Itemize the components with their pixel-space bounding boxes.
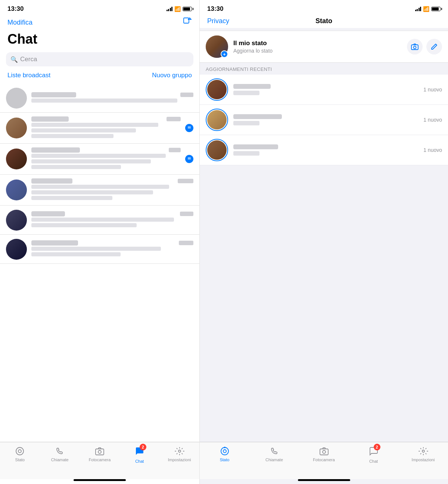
right-wifi-icon: 📶 <box>423 6 429 12</box>
svg-point-17 <box>221 447 228 455</box>
chat-content-2 <box>31 116 181 140</box>
tab-impostazioni-left[interactable]: Impostazioni <box>159 446 199 462</box>
chat-badge-3 <box>185 155 193 163</box>
chat-badge-2 <box>185 124 193 132</box>
left-time: 13:30 <box>7 5 24 13</box>
avatar-1 <box>6 88 27 109</box>
tab-chiamate-right-label: Chiamate <box>265 458 283 462</box>
left-status-icons: 📶 <box>167 6 192 12</box>
right-panel: 13:30 📶 Privacy Stato + Il mio stato <box>200 0 448 484</box>
right-signal-bars-icon <box>415 7 421 11</box>
recent-updates-label: AGGIORNAMENTI RECENTI <box>206 66 272 72</box>
tab-stato-right[interactable]: Stato <box>200 446 249 462</box>
my-status-row[interactable]: + Il mio stato Aggiorna lo stato <box>200 31 448 62</box>
camera-status-button[interactable] <box>407 39 423 54</box>
home-indicator-right <box>200 479 448 484</box>
tab-impostazioni-right-label: Impostazioni <box>412 458 435 462</box>
avatar-5 <box>6 210 27 231</box>
page-title-area: Chat <box>0 31 199 50</box>
tab-stato-right-label: Stato <box>220 458 230 462</box>
svg-point-14 <box>178 450 181 452</box>
chat-badge-tab-left: 2 <box>140 444 146 450</box>
chat-list <box>0 84 199 442</box>
chat-badge-tab-right: 2 <box>374 444 380 450</box>
broadcast-lists-button[interactable]: Liste broadcast <box>7 72 50 79</box>
status-update-2[interactable]: 1 nuovo <box>200 105 448 135</box>
search-container: 🔍 Cerca <box>0 50 199 70</box>
status-update-3[interactable]: 1 nuovo <box>200 135 448 165</box>
edit-button[interactable]: Modifica <box>7 19 32 26</box>
svg-point-16 <box>414 46 416 49</box>
status-update-info-1 <box>233 84 418 95</box>
add-status-badge: + <box>221 50 228 58</box>
compose-button[interactable] <box>183 17 192 28</box>
chat-content-6 <box>31 240 193 258</box>
chat-item-3[interactable] <box>0 144 199 175</box>
signal-bars-icon <box>167 7 173 11</box>
svg-point-13 <box>98 450 101 453</box>
status-avatar-ring-1 <box>206 78 228 101</box>
tab-stato-left[interactable]: Stato <box>0 446 40 462</box>
chat-item-6[interactable] <box>0 235 199 264</box>
right-nav-bar: Privacy Stato <box>200 16 448 28</box>
tab-chat-right[interactable]: 2 Chat <box>349 446 398 463</box>
avatar-3 <box>6 149 27 169</box>
tab-chat-left[interactable]: 2 Chat <box>119 446 159 463</box>
tab-chiamate-left-label: Chiamate <box>51 458 69 462</box>
right-battery-icon <box>431 7 441 11</box>
recent-updates-header: AGGIORNAMENTI RECENTI <box>200 63 448 75</box>
svg-rect-20 <box>320 449 328 455</box>
svg-rect-12 <box>96 449 104 455</box>
page-title: Chat <box>7 31 37 47</box>
tab-fotocamera-left-label: Fotocamera <box>89 458 111 462</box>
tab-chiamate-left[interactable]: Chiamate <box>40 446 80 462</box>
status-update-info-3 <box>233 144 418 156</box>
my-status-subtitle: Aggiorna lo stato <box>233 48 402 54</box>
left-tab-bar: Stato Chiamate Fotocamera 2 <box>0 442 199 479</box>
tab-impostazioni-right[interactable]: Impostazioni <box>398 446 448 462</box>
svg-point-19 <box>224 447 225 448</box>
tab-chiamate-right[interactable]: Chiamate <box>249 446 299 462</box>
new-group-button[interactable]: Nuovo gruppo <box>152 72 192 79</box>
tab-stato-left-label: Stato <box>15 458 25 462</box>
left-status-bar: 13:30 📶 <box>0 0 199 16</box>
action-links: Liste broadcast Nuovo gruppo <box>0 70 199 84</box>
chat-item-4[interactable] <box>0 175 199 206</box>
svg-point-18 <box>223 450 226 453</box>
chat-content-3 <box>31 147 181 171</box>
my-status-title: Il mio stato <box>233 40 402 47</box>
avatar-4 <box>6 179 27 200</box>
avatar-6 <box>6 239 27 260</box>
search-icon: 🔍 <box>10 56 18 63</box>
right-status-bar: 13:30 📶 <box>200 0 448 16</box>
status-update-1[interactable]: 1 nuovo <box>200 75 448 105</box>
right-tab-bar: Stato Chiamate Fotocamera 2 <box>200 442 448 479</box>
right-content-area <box>200 165 448 442</box>
chat-content-4 <box>31 178 193 202</box>
status-update-info-2 <box>233 114 418 125</box>
my-status-info: Il mio stato Aggiorna lo stato <box>233 40 402 54</box>
tab-fotocamera-right[interactable]: Fotocamera <box>299 446 349 462</box>
avatar-2 <box>6 118 27 138</box>
svg-point-10 <box>16 447 24 455</box>
chat-item-5[interactable] <box>0 206 199 235</box>
chat-item-1[interactable] <box>0 84 199 113</box>
my-status-actions <box>407 39 442 54</box>
chat-item-2[interactable] <box>0 113 199 144</box>
stato-title: Stato <box>285 17 363 25</box>
battery-icon <box>183 7 192 11</box>
status-new-count-1: 1 nuovo <box>423 87 442 93</box>
home-indicator-left <box>0 479 199 484</box>
search-bar[interactable]: 🔍 Cerca <box>6 52 193 66</box>
edit-status-button[interactable] <box>426 39 442 54</box>
right-status-icons: 📶 <box>415 6 441 12</box>
left-panel: 13:30 📶 Modifica Chat <box>0 0 200 484</box>
left-nav-bar: Modifica <box>0 16 199 31</box>
status-avatar-ring-2 <box>206 109 228 131</box>
tab-fotocamera-left[interactable]: Fotocamera <box>80 446 120 462</box>
privacy-button[interactable]: Privacy <box>207 17 285 25</box>
chat-content-5 <box>31 211 193 229</box>
svg-point-22 <box>422 450 424 452</box>
search-input[interactable]: Cerca <box>20 56 37 63</box>
svg-rect-0 <box>184 18 189 23</box>
